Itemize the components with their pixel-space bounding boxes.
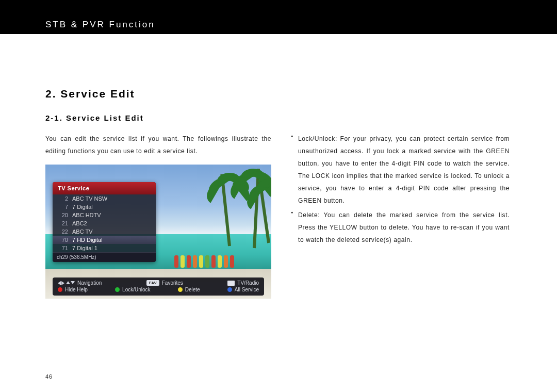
- red-label: Hide Help: [65, 287, 88, 292]
- green-dot-icon: [115, 287, 120, 292]
- arrow-right-icon: [61, 281, 64, 285]
- osd-row: 20ABC HDTV: [53, 211, 156, 219]
- document-page: STB & PVR Function 2. Service Edit 2-1. …: [0, 0, 557, 392]
- green-label: Lock/Unlock: [122, 287, 150, 292]
- intro-paragraph: You can edit the service list if you wan…: [45, 133, 271, 157]
- arrow-icons: [58, 281, 75, 285]
- osd-channel-number: 70: [57, 237, 68, 243]
- tv-screenshot: TV Service 2ABC TV NSW77 Digital20ABC HD…: [45, 165, 271, 299]
- osd-service-list: TV Service 2ABC TV NSW77 Digital20ABC HD…: [53, 182, 156, 262]
- help-row-2: Hide Help Lock/Unlock Delete: [58, 287, 259, 292]
- osd-rows: 2ABC TV NSW77 Digital20ABC HDTV21ABC222A…: [53, 194, 156, 252]
- help-bar: Navigation FAV Favorites TV/Radio: [53, 277, 264, 296]
- osd-row: 22ABC TV: [53, 227, 156, 236]
- content-area: 2. Service Edit 2-1. Service List Edit Y…: [0, 34, 557, 299]
- palm-fronds-icon: [245, 176, 271, 207]
- blue-dot-icon: [227, 287, 232, 292]
- osd-channel-name: ABC TV: [72, 228, 152, 235]
- yellow-hint: Delete: [178, 287, 200, 292]
- osd-channel-name: ABC TV NSW: [72, 195, 152, 202]
- arrow-left-icon: [58, 281, 61, 285]
- osd-channel-number: 2: [57, 195, 68, 202]
- header-bar: STB & PVR Function: [0, 0, 557, 34]
- left-column: You can edit the service list if you wan…: [45, 133, 271, 299]
- arrow-down-icon: [71, 281, 75, 284]
- osd-channel-name: 7 Digital 1: [72, 245, 152, 251]
- tvradio-hint: TV/Radio: [227, 280, 259, 286]
- tvradio-label: TV/Radio: [237, 280, 259, 286]
- blue-label: All Service: [235, 287, 259, 292]
- osd-row: 707 HD Digital: [53, 236, 156, 244]
- osd-row: 2ABC TV NSW: [53, 194, 156, 203]
- green-hint: Lock/Unlock: [115, 287, 150, 292]
- osd-channel-name: ABC2: [72, 220, 152, 226]
- osd-title: TV Service: [53, 182, 156, 194]
- page-number: 46: [45, 373, 53, 380]
- nav-hint: Navigation: [58, 280, 102, 286]
- section-subheading: 2-1. Service List Edit: [45, 113, 510, 122]
- osd-channel-name: 7 Digital: [72, 204, 152, 210]
- osd-channel-number: 20: [57, 212, 68, 218]
- section-heading: 2. Service Edit: [45, 88, 510, 100]
- red-hint: Hide Help: [58, 287, 88, 292]
- yellow-label: Delete: [185, 287, 200, 292]
- arrow-up-icon: [66, 281, 70, 284]
- red-dot-icon: [58, 287, 62, 292]
- right-column: Lock/Unlock: For your privacy, you can p…: [291, 133, 510, 299]
- bullet-item: Lock/Unlock: For your privacy, you can p…: [291, 133, 510, 207]
- fav-hint: FAV Favorites: [146, 280, 183, 286]
- osd-row: 717 Digital 1: [53, 244, 156, 252]
- osd-channel-number: 22: [57, 228, 68, 235]
- header-title: STB & PVR Function: [45, 20, 557, 30]
- bullet-list: Lock/Unlock: For your privacy, you can p…: [291, 133, 510, 246]
- yellow-dot-icon: [178, 287, 183, 292]
- tvradio-icon: [227, 281, 235, 286]
- fav-label: Favorites: [162, 280, 183, 286]
- blue-hint: All Service: [227, 287, 259, 292]
- osd-channel-number: 71: [57, 245, 68, 251]
- osd-footer: ch29 (536.5MHz): [53, 252, 156, 262]
- kayaks-icon: [174, 255, 234, 268]
- osd-channel-number: 21: [57, 220, 68, 226]
- osd-channel-name: ABC HDTV: [72, 212, 152, 218]
- nav-label: Navigation: [77, 280, 102, 286]
- osd-channel-name: 7 HD Digital: [72, 237, 152, 243]
- bullet-item: Delete: You can delete the marked servic…: [291, 209, 510, 246]
- help-row-1: Navigation FAV Favorites TV/Radio: [58, 280, 259, 286]
- fav-pill: FAV: [146, 280, 159, 286]
- two-column-layout: You can edit the service list if you wan…: [45, 133, 510, 299]
- osd-channel-number: 7: [57, 204, 68, 210]
- osd-row: 77 Digital: [53, 203, 156, 211]
- osd-row: 21ABC2: [53, 219, 156, 227]
